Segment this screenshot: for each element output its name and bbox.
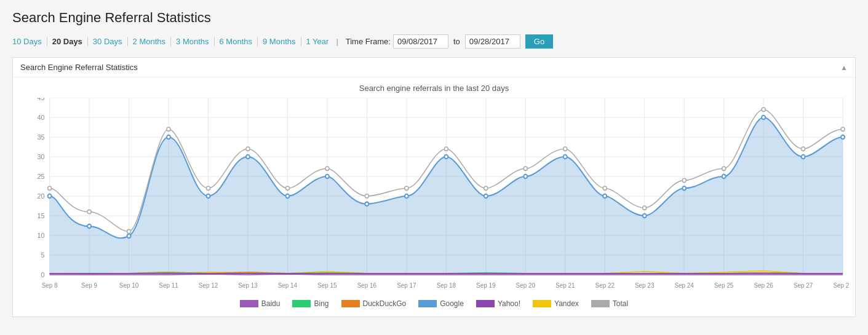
legend-total: Total xyxy=(591,299,628,308)
filter-1year[interactable]: 1 Year xyxy=(301,37,334,46)
svg-point-71 xyxy=(365,194,368,198)
svg-point-66 xyxy=(167,127,170,131)
svg-point-67 xyxy=(207,186,210,190)
svg-text:Sep 23: Sep 23 xyxy=(635,282,655,289)
time-frame-label: Time Frame: xyxy=(341,37,391,46)
legend-label-bing: Bing xyxy=(314,299,328,308)
filter-20days[interactable]: 20 Days xyxy=(47,37,88,46)
page-title: Search Engine Referral Statistics xyxy=(12,10,856,26)
filter-bar: 10 Days 20 Days 30 Days 2 Months 3 Month… xyxy=(12,34,856,49)
legend-bing: Bing xyxy=(292,299,328,308)
legend-label-yandex: Yandex xyxy=(554,299,579,308)
legend-yandex: Yandex xyxy=(533,299,579,308)
svg-point-75 xyxy=(524,167,527,170)
svg-point-47 xyxy=(246,155,250,159)
chart-panel: Search Engine Referral Statistics ▲ Sear… xyxy=(12,57,856,317)
svg-text:Sep 8: Sep 8 xyxy=(42,282,58,289)
legend-duckduckgo: DuckDuckGo xyxy=(341,299,407,308)
svg-text:Sep 25: Sep 25 xyxy=(714,282,734,289)
svg-text:Sep 26: Sep 26 xyxy=(754,282,773,289)
svg-text:Sep 14: Sep 14 xyxy=(278,282,298,289)
svg-point-60 xyxy=(762,116,765,119)
svg-text:35: 35 xyxy=(38,133,45,141)
svg-point-70 xyxy=(325,167,329,170)
svg-point-55 xyxy=(563,155,567,159)
svg-point-62 xyxy=(841,135,845,139)
svg-point-69 xyxy=(285,186,289,190)
filter-10days[interactable]: 10 Days xyxy=(12,37,47,46)
go-button[interactable]: Go xyxy=(525,34,553,49)
legend-label-yahoo: Yahoo! xyxy=(498,299,520,308)
legend-swatch-bing xyxy=(292,300,311,307)
svg-point-82 xyxy=(802,147,805,151)
date-to-input[interactable] xyxy=(465,34,520,49)
svg-text:0: 0 xyxy=(41,271,45,278)
filter-30days[interactable]: 30 Days xyxy=(88,37,128,46)
svg-point-79 xyxy=(682,178,686,182)
svg-point-72 xyxy=(405,186,408,190)
date-from-input[interactable] xyxy=(393,34,448,49)
svg-text:Sep 15: Sep 15 xyxy=(317,282,337,289)
svg-text:5: 5 xyxy=(41,251,45,259)
svg-text:Sep 21: Sep 21 xyxy=(555,282,575,289)
svg-point-76 xyxy=(563,147,567,151)
svg-point-42 xyxy=(48,194,52,198)
svg-text:15: 15 xyxy=(38,212,45,219)
legend-label-baidu: Baidu xyxy=(261,299,281,308)
svg-point-50 xyxy=(365,202,368,206)
svg-text:Sep 16: Sep 16 xyxy=(357,282,377,289)
legend-yahoo: Yahoo! xyxy=(476,299,520,308)
svg-point-80 xyxy=(722,167,726,170)
legend-swatch-yandex xyxy=(533,300,551,307)
svg-point-65 xyxy=(127,229,131,233)
legend-label-duckduckgo: DuckDuckGo xyxy=(363,299,407,308)
svg-point-49 xyxy=(325,175,329,178)
legend-label-google: Google xyxy=(440,299,464,308)
svg-text:40: 40 xyxy=(38,114,45,121)
chart-panel-header: Search Engine Referral Statistics ▲ xyxy=(13,58,855,77)
svg-point-74 xyxy=(484,186,488,190)
svg-point-68 xyxy=(246,147,250,151)
legend-swatch-duckduckgo xyxy=(341,300,360,307)
svg-point-83 xyxy=(841,127,845,131)
svg-text:Sep 24: Sep 24 xyxy=(674,282,694,289)
svg-text:Sep 28: Sep 28 xyxy=(833,282,849,289)
svg-point-53 xyxy=(484,194,488,198)
svg-text:Sep 20: Sep 20 xyxy=(516,282,536,289)
legend-baidu: Baidu xyxy=(240,299,281,308)
collapse-icon[interactable]: ▲ xyxy=(840,63,848,72)
svg-point-58 xyxy=(682,186,686,190)
svg-text:Sep 17: Sep 17 xyxy=(397,282,416,289)
chart-container: 45 40 35 30 25 20 15 10 5 0 xyxy=(19,98,849,294)
svg-point-54 xyxy=(524,175,527,178)
svg-point-52 xyxy=(444,155,448,159)
svg-point-73 xyxy=(444,147,448,151)
filter-2months[interactable]: 2 Months xyxy=(128,37,171,46)
chart-legend: Baidu Bing DuckDuckGo Google Yahoo! xyxy=(19,294,849,314)
filter-9months[interactable]: 9 Months xyxy=(258,37,301,46)
filter-6months[interactable]: 6 Months xyxy=(215,37,258,46)
chart-subtitle: Search engine referrals in the last 20 d… xyxy=(19,84,849,93)
svg-point-46 xyxy=(207,194,210,198)
svg-text:30: 30 xyxy=(38,153,45,160)
svg-text:10: 10 xyxy=(38,232,45,239)
svg-text:Sep 10: Sep 10 xyxy=(119,282,139,289)
chart-svg: 45 40 35 30 25 20 15 10 5 0 xyxy=(19,98,849,294)
svg-point-56 xyxy=(603,194,607,198)
svg-point-48 xyxy=(285,194,289,198)
svg-text:45: 45 xyxy=(38,98,45,101)
svg-text:Sep 13: Sep 13 xyxy=(238,282,258,289)
page-wrapper: Search Engine Referral Statistics 10 Day… xyxy=(0,0,868,327)
svg-point-77 xyxy=(603,186,607,190)
svg-point-44 xyxy=(127,234,131,238)
filter-3months[interactable]: 3 Months xyxy=(171,37,214,46)
legend-swatch-baidu xyxy=(240,300,258,307)
svg-point-81 xyxy=(762,108,765,111)
svg-point-61 xyxy=(802,155,805,159)
legend-label-total: Total xyxy=(613,299,628,308)
svg-text:Sep 12: Sep 12 xyxy=(199,282,218,289)
svg-text:Sep 11: Sep 11 xyxy=(159,282,178,289)
svg-point-59 xyxy=(722,175,726,178)
svg-point-45 xyxy=(167,135,170,139)
svg-point-57 xyxy=(643,214,647,218)
